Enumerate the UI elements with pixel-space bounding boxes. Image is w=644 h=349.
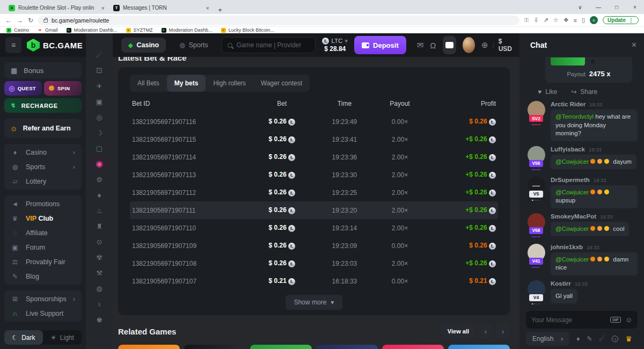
mention[interactable]: @Cowjuicer <box>555 256 589 263</box>
sidebar-nav-item[interactable]: ◍ Sports › <box>6 159 79 174</box>
bookmark-item[interactable]: K Moderation Dashb... <box>162 27 213 33</box>
chat-username[interactable]: DrSupermeth <box>551 177 590 183</box>
restore-icon[interactable]: □ <box>608 4 626 10</box>
reload-icon[interactable]: ↻ <box>28 17 33 24</box>
brand-logo[interactable]: b BC.GAME <box>27 39 83 52</box>
chat-body[interactable]: ★ Payout 2475 x ♥ Like ↪ Share <box>519 57 644 307</box>
bookmark-item[interactable]: ● Lucky Block Bitcoin... <box>221 27 274 33</box>
sidebar-nav-item[interactable]: ♦ Casino › <box>6 145 79 159</box>
game-card[interactable] <box>448 345 510 349</box>
quest-button[interactable]: ◎ QUEST <box>4 81 42 96</box>
tab-close-icon[interactable]: × <box>206 5 209 11</box>
rail-category-icon[interactable]: ☽ <box>90 125 108 140</box>
sidebar-nav-item[interactable]: ⊞ Sponsorships › <box>6 292 79 306</box>
chat-username[interactable]: Arctic Rider <box>551 101 586 107</box>
extensions-icon[interactable]: ❖ <box>564 17 569 24</box>
hamburger-menu-icon[interactable]: ≡ <box>5 37 21 53</box>
casino-toggle[interactable]: ◆ Casino <box>121 38 166 53</box>
sidebar-nav-item[interactable]: ▱ Lottery <box>6 174 79 188</box>
bookmark-item[interactable]: b Casino <box>6 27 29 33</box>
sidebar-nav-item[interactable]: ▣ Forum <box>6 240 79 255</box>
minimize-icon[interactable]: — <box>589 4 608 10</box>
rail-category-icon[interactable]: ♜ <box>90 219 108 234</box>
rail-category-icon[interactable]: ♁ <box>90 296 108 311</box>
game-card[interactable] <box>118 345 180 349</box>
language-selector[interactable]: English › <box>526 332 569 346</box>
sidebar-nav-item[interactable]: ◌ Affiliate <box>6 226 79 240</box>
address-bar[interactable]: bc.game/game/roulette <box>38 16 519 25</box>
spin-button[interactable]: ☸ SPIN <box>44 81 82 96</box>
chat-messages[interactable]: SV2 ••••• Arctic Rider 19:33 @Terrordvct… <box>526 101 638 307</box>
bookmark-star-icon[interactable]: ☆ <box>553 17 559 24</box>
mention[interactable]: @Cowjuicer <box>555 226 589 232</box>
wallet-balance[interactable]: Ł LTC ▾ $ 28.84 <box>322 37 348 53</box>
notifications-bell-icon[interactable]: Ω <box>430 41 436 50</box>
browser-tab[interactable]: b Roulette Online Slot - Play onlin × <box>4 2 109 14</box>
rain-drop-icon[interactable]: ♦ <box>576 335 580 343</box>
mention[interactable]: @Cowjuicer <box>555 189 589 195</box>
sidebar-nav-item[interactable]: ∩ Live Support <box>6 306 79 321</box>
sidebar-nav-item[interactable]: ✎ Blog <box>6 269 79 283</box>
carousel-next-icon[interactable]: › <box>496 324 510 338</box>
chat-rules-pen-icon[interactable]: ✎ <box>587 335 592 343</box>
rail-category-icon[interactable]: ⊙ <box>90 234 108 249</box>
sidebar-item-bonus[interactable]: ▦ Bonus <box>4 62 82 78</box>
chat-username[interactable]: SmokeyMacPot <box>551 213 596 220</box>
mention[interactable]: @Terrordvctyl <box>555 113 594 120</box>
game-card[interactable] <box>382 345 444 349</box>
theme-dark-option[interactable]: ☾ Dark <box>4 330 43 345</box>
browser-tab[interactable]: T Messages | TORN × <box>109 2 214 14</box>
info-icon[interactable]: i <box>612 336 618 342</box>
bookmark-item[interactable]: ¤ SYZTMZ <box>126 27 153 33</box>
rail-category-icon[interactable]: ☄ <box>90 47 108 62</box>
game-card[interactable] <box>250 345 312 349</box>
back-icon[interactable]: ← <box>5 17 12 24</box>
bet-row[interactable]: 138219056971907115 $ 0.26 Ł 19:23:41 2.0… <box>130 130 498 148</box>
game-card[interactable] <box>316 345 378 349</box>
view-all-button[interactable]: View all <box>441 324 475 338</box>
rail-category-icon[interactable]: ✈ <box>90 78 108 93</box>
update-button[interactable]: Update ⋮ <box>603 16 639 24</box>
bet-row[interactable]: 138219056971907110 $ 0.26 Ł 19:23:14 2.0… <box>130 219 498 237</box>
chat-message-input[interactable]: Your Message GIF ☺ <box>526 311 638 329</box>
bet-row[interactable]: 138219056971907112 $ 0.26 Ł 19:23:25 2.0… <box>130 184 498 201</box>
show-more-button[interactable]: Show more ▾ <box>286 295 343 310</box>
sidebar-nav-item[interactable]: ⚖ Provably Fair <box>6 255 79 269</box>
bet-row[interactable]: 138219056971907113 $ 0.26 Ł 19:23:30 2.0… <box>130 166 498 184</box>
side-panel-icon[interactable]: ▯ <box>582 17 585 24</box>
moderator-icon[interactable]: ☄ <box>599 335 605 343</box>
rail-category-icon[interactable]: ◎ <box>90 110 108 125</box>
rail-category-icon[interactable]: ♠ <box>90 187 108 202</box>
sports-toggle[interactable]: ◍ Sports <box>172 38 215 53</box>
chat-username[interactable]: Kostirr <box>551 280 571 287</box>
rail-category-icon[interactable]: ◉ <box>90 156 108 171</box>
sidebar-nav-item[interactable]: ♛ VIP Club <box>6 211 79 226</box>
bet-row[interactable]: 138219056971907116 $ 0.26 Ł 19:23:49 0.0… <box>130 113 498 130</box>
shared-bet-card[interactable]: ★ Payout 2475 x <box>545 57 632 83</box>
messages-envelope-icon[interactable]: ✉ <box>417 40 424 50</box>
share-icon[interactable]: ⇗ <box>544 17 548 24</box>
rail-category-icon[interactable]: ⚙ <box>90 172 108 187</box>
profile-chevron-icon[interactable]: ∨ <box>571 4 589 10</box>
user-avatar[interactable] <box>463 37 475 53</box>
recharge-button[interactable]: ↯ RECHARGE <box>4 98 82 113</box>
rail-category-icon[interactable]: ♚ <box>90 312 108 327</box>
bets-tab[interactable]: My bets <box>167 75 206 92</box>
bets-tab[interactable]: All Bets <box>130 75 167 92</box>
chat-toggle-button[interactable] <box>443 36 457 54</box>
tab-close-icon[interactable]: × <box>101 5 105 11</box>
game-search-input[interactable]: Game name | Provider <box>222 37 316 53</box>
rail-category-icon[interactable]: ▣ <box>90 94 108 109</box>
bet-row[interactable]: 138219056971907108 $ 0.26 Ł 19:23:03 2.0… <box>130 255 498 272</box>
profile-avatar[interactable]: c <box>590 16 598 24</box>
password-key-icon[interactable]: ⚿ <box>524 17 529 24</box>
theme-toggle[interactable]: ☾ Dark ☀ Light <box>4 330 82 345</box>
chat-close-icon[interactable]: × <box>632 40 636 50</box>
close-icon[interactable]: × <box>626 4 644 10</box>
bookmark-item[interactable]: M Gmail <box>38 27 58 33</box>
url-text[interactable]: bc.game/game/roulette <box>52 17 109 24</box>
mention[interactable]: @Cowjuicer <box>555 158 589 165</box>
bets-tab[interactable]: Wager contest <box>253 75 310 92</box>
currency-caret-icon[interactable]: ▾ <box>345 37 348 45</box>
fiat-currency-selector[interactable]: ⊕ | $ USD <box>481 38 512 53</box>
